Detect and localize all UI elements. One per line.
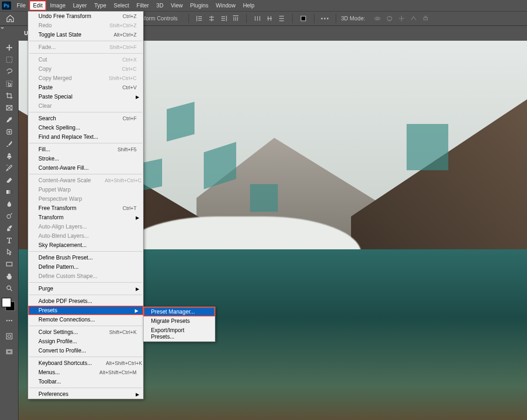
edit-menu-dropdown: Undo Free TransformCtrl+ZRedoShift+Ctrl+… — [28, 11, 144, 399]
edit-toolbar-button[interactable] — [2, 315, 17, 327]
menu-help[interactable]: Help — [239, 0, 258, 11]
menu-item-content-aware-fill[interactable]: Content-Aware Fill... — [28, 163, 143, 173]
move-tool[interactable] — [2, 42, 17, 54]
marquee-tool[interactable] — [2, 54, 17, 66]
more-icon[interactable]: ••• — [320, 13, 330, 24]
menu-plugins[interactable]: Plugins — [187, 0, 212, 11]
color-swatches[interactable] — [2, 298, 15, 311]
rectangle-tool[interactable] — [2, 258, 17, 270]
3d-roll-icon[interactable] — [384, 13, 395, 24]
menu-item-remote-connections[interactable]: Remote Connections... — [28, 315, 143, 324]
menu-item-search[interactable]: SearchCtrl+F — [28, 114, 143, 123]
menu-item-adobe-pdf-presets[interactable]: Adobe PDF Presets... — [28, 296, 143, 306]
menu-file[interactable]: File — [13, 0, 29, 11]
eyedropper-tool[interactable] — [2, 114, 17, 126]
history-brush-tool[interactable] — [2, 162, 17, 174]
menu-bar: Ps FileEditImageLayerTypeSelectFilter3DV… — [0, 0, 527, 11]
menu-item-paste[interactable]: PasteCtrl+V — [28, 83, 143, 92]
align-center-h-icon[interactable] — [207, 13, 217, 24]
menu-item-transform[interactable]: Transform▶ — [28, 213, 143, 222]
menu-image[interactable]: Image — [46, 0, 69, 11]
menu-item-label: Cut — [38, 56, 47, 63]
frame-tool[interactable] — [2, 102, 17, 114]
submenu-item-migrate-presets[interactable]: Migrate Presets — [144, 316, 215, 326]
menu-filter[interactable]: Filter — [133, 0, 153, 11]
align-top-icon[interactable] — [231, 13, 241, 24]
menu-item-assign-profile[interactable]: Assign Profile... — [28, 337, 143, 346]
align-left-icon[interactable] — [194, 13, 205, 24]
healing-tool[interactable] — [2, 126, 17, 138]
menu-select[interactable]: Select — [110, 0, 132, 11]
3d-orbit-icon[interactable] — [372, 13, 383, 24]
menu-item-label: Define Custom Shape... — [38, 273, 97, 279]
menu-item-toolbar[interactable]: Toolbar... — [28, 377, 143, 386]
blur-tool[interactable] — [2, 198, 17, 210]
menu-item-toggle-last-state[interactable]: Toggle Last StateAlt+Ctrl+Z — [28, 30, 143, 39]
menu-item-stroke[interactable]: Stroke... — [28, 154, 143, 163]
menu-item-label: Undo Free Transform — [38, 13, 91, 19]
menu-item-keyboard-shortcuts[interactable]: Keyboard Shortcuts...Alt+Shift+Ctrl+K — [28, 358, 143, 368]
dodge-tool[interactable] — [2, 210, 17, 222]
eraser-tool[interactable] — [2, 174, 17, 186]
shortcut-label: Ctrl+V — [108, 85, 137, 90]
menu-item-free-transform[interactable]: Free TransformCtrl+T — [28, 204, 143, 213]
menu-item-sky-replacement[interactable]: Sky Replacement... — [28, 241, 143, 250]
type-tool[interactable] — [2, 234, 17, 246]
presets-submenu: Preset Manager...Migrate PresetsExport/I… — [143, 307, 215, 342]
quick-mask-button[interactable] — [2, 330, 17, 342]
menu-item-fill[interactable]: Fill...Shift+F5 — [28, 145, 143, 154]
panel-collapse-grip[interactable] — [0, 26, 5, 31]
menu-window[interactable]: Window — [212, 0, 239, 11]
distribute-h-icon[interactable] — [252, 13, 263, 24]
hand-tool[interactable] — [2, 270, 17, 282]
3d-mode-label: 3D Mode: — [341, 15, 365, 22]
menu-item-label: Sky Replacement... — [38, 242, 87, 248]
menu-item-find-and-replace-text[interactable]: Find and Replace Text... — [28, 132, 143, 142]
menu-item-clear: Clear — [28, 101, 143, 111]
3d-pan-icon[interactable] — [396, 13, 407, 24]
menu-edit[interactable]: Edit — [29, 0, 46, 11]
pen-tool[interactable] — [2, 222, 17, 234]
separator — [314, 14, 314, 23]
submenu-item-preset-manager[interactable]: Preset Manager... — [144, 307, 215, 316]
menu-layer[interactable]: Layer — [69, 0, 90, 11]
distribute-v-icon[interactable] — [276, 13, 287, 24]
menu-3d[interactable]: 3D — [152, 0, 167, 11]
submenu-item-export-import-presets[interactable]: Export/Import Presets... — [144, 326, 215, 341]
zoom-tool[interactable] — [2, 282, 17, 294]
menu-item-preferences[interactable]: Preferences▶ — [28, 389, 143, 399]
align-to-icon[interactable] — [298, 13, 308, 24]
menu-item-purge[interactable]: Purge▶ — [28, 284, 143, 293]
menu-item-auto-blend-layers: Auto-Blend Layers... — [28, 231, 143, 241]
align-right-icon[interactable] — [219, 13, 229, 24]
clone-tool[interactable] — [2, 150, 17, 162]
screen-mode-button[interactable] — [2, 346, 17, 358]
menu-type[interactable]: Type — [90, 0, 110, 11]
menu-item-define-pattern[interactable]: Define Pattern... — [28, 262, 143, 272]
path-select-tool[interactable] — [2, 246, 17, 258]
svg-point-11 — [7, 215, 11, 218]
3d-scale-icon[interactable] — [420, 13, 431, 24]
3d-slide-icon[interactable] — [408, 13, 419, 24]
separator — [246, 14, 247, 23]
menu-item-convert-to-profile[interactable]: Convert to Profile... — [28, 346, 143, 355]
object-select-tool[interactable] — [2, 78, 17, 90]
menu-item-presets[interactable]: Presets▶ — [28, 306, 143, 315]
lasso-tool[interactable] — [2, 66, 17, 78]
crop-tool[interactable] — [2, 90, 17, 102]
menu-item-menus[interactable]: Menus...Alt+Shift+Ctrl+M — [28, 368, 143, 377]
menu-view[interactable]: View — [167, 0, 187, 11]
svg-rect-17 — [6, 334, 12, 339]
menu-item-define-brush-preset[interactable]: Define Brush Preset... — [28, 253, 143, 262]
home-icon[interactable] — [4, 12, 17, 25]
shortcut-label: Shift+F5 — [104, 147, 137, 152]
menu-item-undo-free-transform[interactable]: Undo Free TransformCtrl+Z — [28, 12, 143, 21]
menu-item-check-spelling[interactable]: Check Spelling... — [28, 123, 143, 132]
menu-item-paste-special[interactable]: Paste Special▶ — [28, 92, 143, 101]
distribute-center-icon[interactable] — [264, 13, 275, 24]
menu-item-color-settings[interactable]: Color Settings...Shift+Ctrl+K — [28, 327, 143, 337]
submenu-arrow-icon: ▶ — [136, 392, 139, 397]
menu-item-label: Convert to Profile... — [38, 347, 86, 354]
brush-tool[interactable] — [2, 138, 17, 150]
gradient-tool[interactable] — [2, 186, 17, 198]
